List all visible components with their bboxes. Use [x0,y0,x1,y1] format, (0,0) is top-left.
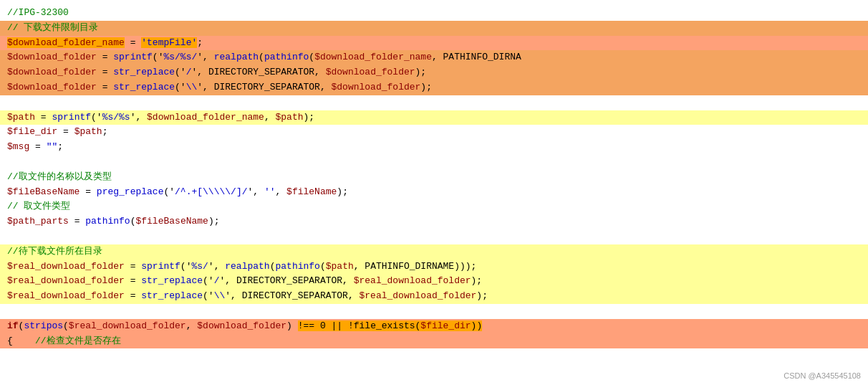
code-line-blank1 [0,95,868,110]
code-line-blank2 [0,155,868,170]
comment-token: //IPG-32300 [7,7,69,18]
code-line-6: $download_folder = str_replace('\\', DIR… [0,80,868,95]
code-line-15: $path_parts = pathinfo($fileBaseName); [0,214,868,229]
code-line-blank3 [0,229,868,244]
code-line-10: $msg = ""; [0,140,868,155]
code-line-2: // 下载文件限制目录 [0,21,868,36]
str-token: 'tempFile' [141,37,197,48]
code-line-14: // 取文件类型 [0,199,868,214]
code-line-20: $real_download_folder = str_replace('\\'… [0,289,868,304]
code-line-22: if(stripos($real_download_folder, $downl… [0,319,868,334]
code-line-1: //IPG-32300 [0,6,868,21]
watermark: CSDN @A345545108 [783,370,861,383]
code-line-12: //取文件的名称以及类型 [0,170,868,185]
code-line-8: $path = sprintf('%s/%s', $download_folde… [0,110,868,125]
code-line-4: $download_folder = sprintf('%s/%s/', rea… [0,50,868,65]
comment-token: // 下载文件限制目录 [7,22,98,33]
code-block: //IPG-32300 // 下载文件限制目录 $download_folder… [0,0,868,354]
code-line-13: $fileBaseName = preg_replace('/^.+[\\\\\… [0,185,868,200]
code-line-17: //待下载文件所在目录 [0,244,868,260]
code-line-23: { //检查文件是否存在 [0,334,868,349]
var-token: $download_folder_name [7,37,125,48]
code-line-blank4 [0,304,868,319]
code-line-5: $download_folder = str_replace('/', DIRE… [0,65,868,80]
code-line-3: $download_folder_name = 'tempFile'; [0,36,868,51]
code-line-18: $real_download_folder = sprintf('%s/', r… [0,260,868,275]
code-line-19: $real_download_folder = str_replace('/',… [0,274,868,289]
code-line-9: $file_dir = $path; [0,125,868,140]
